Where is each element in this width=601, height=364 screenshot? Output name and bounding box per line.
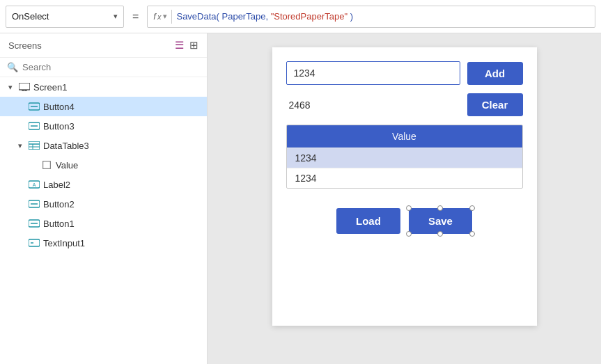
button-icon [28, 120, 40, 132]
sidebar-title: Screens [8, 40, 42, 51]
button-icon [28, 198, 40, 210]
formula-bar[interactable]: fx ▾ SaveData( PaperTape, "StoredPaperTa… [147, 6, 595, 28]
sidebar-item-label: Button1 [43, 219, 75, 229]
paper-tape-input[interactable] [286, 61, 460, 85]
app-screen: Add 2468 Clear Value 1234 1234 Load Save [272, 47, 537, 326]
formula-string: "StoredPaperTape" [271, 11, 348, 22]
sidebar-item-label: Button4 [43, 102, 75, 112]
button-icon [28, 100, 40, 113]
sidebar-item-screen1[interactable]: ▾ Screen1 [0, 77, 207, 97]
search-input[interactable] [22, 62, 200, 72]
add-button[interactable]: Add [467, 62, 523, 85]
event-selector[interactable]: OnSelect ▾ [6, 6, 124, 28]
resize-handle-bl[interactable] [406, 231, 412, 237]
svg-rect-12 [43, 161, 51, 169]
equals-sign: = [130, 10, 141, 23]
checkbox-icon [40, 159, 53, 171]
sidebar: Screens ☰ ⊞ 🔍 ▾ Screen1 [0, 33, 208, 364]
fx-label: fx ▾ [153, 11, 167, 22]
display-value: 2468 [286, 100, 460, 111]
sidebar-item-datatable3[interactable]: ▾ DataTable3 [0, 136, 207, 155]
sidebar-item-label: Button3 [43, 121, 75, 132]
table-row[interactable]: 1234 [287, 148, 522, 168]
input-row: Add [286, 61, 523, 85]
save-button[interactable]: Save [409, 208, 472, 234]
list-view-icon[interactable]: ☰ [175, 39, 184, 52]
chevron-down-icon: ▾ [6, 83, 15, 92]
svg-rect-0 [19, 83, 30, 90]
chevron-down-icon: ▾ [15, 141, 25, 150]
value-row: 2468 Clear [286, 93, 523, 116]
search-bar: 🔍 [0, 58, 207, 77]
top-bar: OnSelect ▾ = fx ▾ SaveData( PaperTape, "… [0, 0, 601, 33]
formula-divider [171, 10, 172, 24]
table-row[interactable]: 1234 [287, 168, 522, 188]
sidebar-item-value[interactable]: Value [0, 155, 207, 175]
sidebar-item-textinput1[interactable]: TextInput1 [0, 233, 207, 253]
button-icon [28, 217, 40, 230]
formula-text: SaveData( PaperTape, "StoredPaperTape" ) [176, 11, 353, 22]
resize-handle-bm[interactable] [437, 231, 443, 237]
sidebar-item-label: Button2 [43, 199, 75, 209]
label-icon: A [28, 178, 40, 191]
main-layout: Screens ☰ ⊞ 🔍 ▾ Screen1 [0, 33, 601, 364]
resize-handle-tr[interactable] [469, 205, 475, 211]
formula-param: PaperTape, [219, 11, 268, 22]
bottom-buttons: Load Save [286, 208, 523, 234]
sidebar-item-button1[interactable]: Button1 [0, 214, 207, 233]
sidebar-item-label: DataTable3 [43, 141, 89, 151]
sidebar-view-icons: ☰ ⊞ [175, 39, 198, 52]
save-button-wrapper: Save [409, 208, 472, 234]
clear-button[interactable]: Clear [467, 93, 523, 116]
screen-icon [18, 81, 31, 93]
sidebar-item-label: Value [56, 160, 78, 171]
sidebar-item-label: Label2 [43, 180, 70, 190]
svg-text:A: A [33, 182, 36, 187]
resize-handle-tl[interactable] [406, 205, 412, 211]
sidebar-item-button2[interactable]: Button2 [0, 194, 207, 214]
sidebar-header: Screens ☰ ⊞ [0, 33, 207, 58]
chevron-down-icon: ▾ [114, 12, 118, 21]
resize-handle-br[interactable] [469, 231, 475, 237]
textinput-icon [28, 237, 40, 249]
tree-list: ▾ Screen1 Button4 Button3 [0, 77, 207, 364]
sidebar-item-label: Screen1 [33, 82, 67, 93]
formula-func: SaveData( [176, 11, 219, 22]
grid-view-icon[interactable]: ⊞ [189, 39, 198, 52]
svg-rect-19 [29, 239, 40, 246]
sidebar-item-button3[interactable]: Button3 [0, 116, 207, 136]
resize-handle-tm[interactable] [437, 205, 443, 211]
datatable-icon [28, 139, 40, 152]
sidebar-item-label2[interactable]: A Label2 [0, 175, 207, 194]
search-icon: 🔍 [7, 62, 18, 72]
sidebar-item-label: TextInput1 [43, 238, 85, 248]
data-table: Value 1234 1234 [286, 125, 523, 189]
chevron-formula-icon: ▾ [163, 12, 167, 21]
load-button[interactable]: Load [336, 208, 400, 234]
svg-rect-8 [29, 141, 40, 150]
table-header: Value [287, 125, 522, 148]
event-selector-value: OnSelect [12, 11, 109, 22]
canvas-area: Add 2468 Clear Value 1234 1234 Load Save [208, 33, 601, 364]
sidebar-item-button4[interactable]: Button4 [0, 97, 207, 116]
